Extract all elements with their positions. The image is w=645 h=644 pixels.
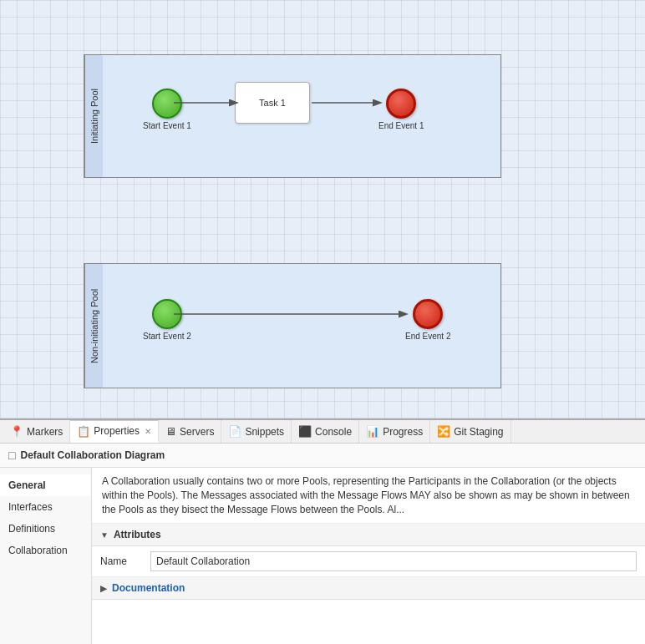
tab-servers[interactable]: 🖥 Servers: [159, 420, 221, 443]
documentation-section-label: Documentation: [112, 582, 185, 594]
end-event-2[interactable]: End Event 2: [405, 299, 450, 341]
tab-markers[interactable]: 📍 Markers: [3, 420, 70, 443]
tab-servers-label: Servers: [180, 426, 214, 438]
tab-progress-label: Progress: [383, 426, 423, 438]
tab-console-label: Console: [315, 426, 352, 438]
console-icon: ⬛: [298, 425, 312, 438]
end-event-1-label: End Event 1: [378, 121, 424, 130]
props-sidebar: General Interfaces Definitions Collabora…: [0, 468, 92, 644]
sidebar-item-definitions[interactable]: Definitions: [0, 518, 91, 540]
description-text: A Collaboration usually contains two or …: [92, 468, 645, 524]
pool1: Initiating Pool Start Event 1 Task 1 E: [84, 54, 501, 178]
task-1[interactable]: Task 1: [235, 82, 310, 124]
start-event-2-shape: [152, 299, 182, 329]
tab-bar: 📍 Markers 📋 Properties ✕ 🖥 Servers 📄 Sni…: [0, 420, 645, 444]
sidebar-item-collaboration[interactable]: Collaboration: [0, 540, 91, 561]
snippets-icon: 📄: [228, 425, 241, 438]
documentation-toggle-icon: ▶: [100, 584, 107, 593]
pool2-content: Start Event 2 End Event 2: [103, 264, 500, 388]
pool2-label: Non-initiating Pool: [84, 264, 103, 388]
tab-properties-close[interactable]: ✕: [145, 427, 151, 436]
attributes-toggle-icon: ▼: [100, 530, 109, 540]
progress-icon: 📊: [366, 425, 379, 438]
tab-markers-label: Markers: [27, 426, 63, 438]
end-event-2-shape: [413, 299, 443, 329]
breadcrumb-text: Default Collaboration Diagram: [20, 449, 165, 461]
properties-content: General Interfaces Definitions Collabora…: [0, 468, 645, 644]
tab-snippets[interactable]: 📄 Snippets: [221, 420, 292, 443]
start-event-2-label: Start Event 2: [143, 332, 191, 341]
pool1-label: Initiating Pool: [84, 55, 103, 177]
tab-snippets-label: Snippets: [245, 426, 284, 438]
breadcrumb-icon: □: [8, 449, 15, 462]
end-event-1-shape: [386, 89, 416, 119]
markers-icon: 📍: [10, 425, 23, 438]
attributes-section-label: Attributes: [114, 529, 161, 540]
end-event-1[interactable]: End Event 1: [378, 89, 424, 130]
sidebar-item-interfaces[interactable]: Interfaces: [0, 496, 91, 518]
start-event-1-label: Start Event 1: [143, 121, 191, 130]
git-staging-icon: 🔀: [437, 425, 450, 438]
canvas-area[interactable]: Initiating Pool Start Event 1 Task 1 E: [0, 0, 645, 418]
tab-git-staging-label: Git Staging: [454, 426, 503, 438]
tab-console[interactable]: ⬛ Console: [292, 420, 359, 443]
name-form-row: Name: [92, 546, 645, 577]
tab-progress[interactable]: 📊 Progress: [359, 420, 430, 443]
props-main: A Collaboration usually contains two or …: [92, 468, 645, 644]
documentation-section-header[interactable]: ▶ Documentation: [92, 577, 645, 600]
tab-properties-label: Properties: [94, 425, 140, 437]
name-label: Name: [100, 555, 142, 567]
pool2: Non-initiating Pool Start Event 2 End Ev…: [84, 263, 501, 388]
start-event-2[interactable]: Start Event 2: [143, 299, 191, 341]
servers-icon: 🖥: [165, 425, 176, 438]
end-event-2-label: End Event 2: [405, 332, 450, 341]
name-input[interactable]: [150, 551, 637, 571]
bottom-panel: 📍 Markers 📋 Properties ✕ 🖥 Servers 📄 Sni…: [0, 418, 645, 644]
sidebar-item-general[interactable]: General: [0, 474, 91, 496]
pool1-content: Start Event 1 Task 1 End Event 1: [103, 55, 500, 177]
main-container: Initiating Pool Start Event 1 Task 1 E: [0, 0, 645, 644]
tab-git-staging[interactable]: 🔀 Git Staging: [430, 420, 510, 443]
start-event-1[interactable]: Start Event 1: [143, 89, 191, 130]
tab-properties[interactable]: 📋 Properties ✕: [70, 420, 159, 443]
task-1-box: Task 1: [235, 82, 310, 124]
breadcrumb: □ Default Collaboration Diagram: [0, 444, 645, 468]
start-event-1-shape: [152, 89, 182, 119]
attributes-section-header[interactable]: ▼ Attributes: [92, 524, 645, 546]
properties-icon: 📋: [77, 425, 90, 438]
